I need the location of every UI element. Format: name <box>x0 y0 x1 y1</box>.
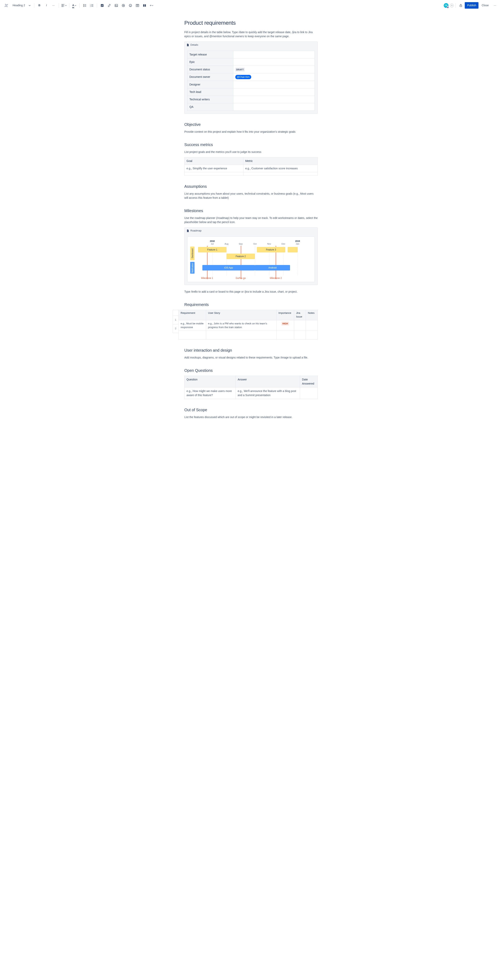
details-value[interactable] <box>233 96 314 103</box>
more-formatting-button[interactable]: ··· <box>50 2 57 9</box>
table-row[interactable]: Document statusDRAFT <box>188 66 315 73</box>
roadmap-bar[interactable]: Feature 1 <box>198 247 226 253</box>
mention-chip[interactable]: @Chan Kim <box>235 75 251 79</box>
bold-button[interactable]: B <box>36 2 43 9</box>
table-row[interactable]: QA <box>188 103 315 111</box>
roadmap-month-label: Jul <box>211 242 214 246</box>
table-row[interactable]: Designer <box>188 81 315 88</box>
section-text[interactable]: Use the roadmap planner (/roadmap) to he… <box>184 216 318 224</box>
row-number: 1 <box>172 316 178 325</box>
roadmap-bar[interactable]: Android <box>255 265 290 270</box>
add-people-button[interactable]: + <box>450 4 454 7</box>
align-button[interactable] <box>61 2 67 9</box>
roadmap-lane-label: Dashboard <box>190 247 194 260</box>
success-table[interactable]: Goal Metric e.g., Simplify the user expe… <box>184 157 318 176</box>
section-heading[interactable]: Objective <box>184 121 318 127</box>
publish-button[interactable]: Publish <box>465 2 478 9</box>
insert-more-button[interactable]: + <box>148 2 155 9</box>
requirements-table[interactable]: RequirementUser StoryImportanceJira Issu… <box>178 310 318 339</box>
roadmap-bar[interactable] <box>288 247 298 253</box>
table-row[interactable] <box>185 172 318 176</box>
page-title[interactable]: Product requirements <box>184 19 318 27</box>
details-value[interactable]: @Chan Kim <box>233 73 314 81</box>
roadmap-month-label: Oct <box>253 242 257 246</box>
mention-button[interactable] <box>120 2 126 9</box>
details-value[interactable]: DRAFT <box>233 66 314 73</box>
chevron-down-icon <box>152 4 153 7</box>
details-value[interactable] <box>233 58 314 66</box>
italic-button[interactable]: I <box>43 2 49 9</box>
chevron-down-icon <box>65 4 67 7</box>
table-row[interactable] <box>178 331 318 339</box>
table-button[interactable] <box>134 2 140 9</box>
intro-text[interactable]: Fill in project details in the table bel… <box>184 30 318 38</box>
section-text[interactable]: List the features discussed which are ou… <box>184 415 318 419</box>
text-color-button[interactable]: A <box>71 2 78 9</box>
svg-point-13 <box>131 5 131 5</box>
link-button[interactable] <box>106 2 112 9</box>
roadmap-bar[interactable]: Feature 2 <box>226 254 255 259</box>
roadmap-bar[interactable]: iOS App <box>202 265 255 270</box>
more-actions-button[interactable]: ··· <box>492 2 498 9</box>
close-button[interactable]: Close <box>479 2 491 9</box>
details-key: Document status <box>188 66 233 73</box>
section-heading[interactable]: Success metrics <box>184 142 318 148</box>
details-value[interactable] <box>233 103 314 111</box>
svg-point-8 <box>115 5 116 5</box>
section-heading[interactable]: Open Questions <box>184 368 318 373</box>
panel-header: Details <box>185 42 317 48</box>
importance-badge: HIGH <box>281 321 289 326</box>
panel-title: Details <box>190 43 198 47</box>
file-icon <box>186 229 189 232</box>
action-item-button[interactable] <box>99 2 105 9</box>
col-date: Date Answered <box>300 376 318 387</box>
section-text[interactable]: List project goals and the metrics you'l… <box>184 150 318 154</box>
section-heading[interactable]: Milestones <box>184 208 318 214</box>
table-row[interactable]: Document owner@Chan Kim <box>188 73 315 81</box>
panel-header: Roadmap <box>185 228 317 234</box>
table-row[interactable]: e.g., How might we make users more aware… <box>185 387 318 399</box>
numbered-list-button[interactable]: 123 <box>89 2 95 9</box>
open-questions-table[interactable]: Question Answer Date Answered e.g., How … <box>184 376 318 399</box>
details-panel[interactable]: Details Target releaseEpicDocument statu… <box>184 41 318 114</box>
col-metric: Metric <box>243 158 317 165</box>
roadmap-lane-label: Notification <box>190 262 194 274</box>
layouts-button[interactable] <box>141 2 148 9</box>
table-row[interactable]: Tech lead <box>188 88 315 96</box>
image-button[interactable] <box>113 2 120 9</box>
svg-rect-16 <box>145 4 146 7</box>
details-key: Technical writers <box>188 96 233 103</box>
table-row[interactable]: Epic <box>188 58 315 66</box>
details-table[interactable]: Target releaseEpicDocument statusDRAFTDo… <box>187 51 315 111</box>
svg-point-11 <box>129 4 132 7</box>
details-value[interactable] <box>233 81 314 88</box>
section-text[interactable]: Add mockups, diagrams, or visual designs… <box>184 356 318 360</box>
chevron-down-icon <box>75 4 76 7</box>
bullet-list-button[interactable] <box>81 2 88 9</box>
restrictions-button[interactable] <box>458 2 464 9</box>
roadmap-panel[interactable]: Roadmap 20182019JulAugSepOctNovDecJanDas… <box>184 228 318 285</box>
roadmap-after-text[interactable]: Type /trello to add a card or board to t… <box>184 290 318 294</box>
table-row[interactable]: e.g., Must be mobile responsivee.g., Joh… <box>178 320 318 331</box>
section-heading[interactable]: Out of Scope <box>184 407 318 413</box>
table-row[interactable]: Technical writers <box>188 96 315 103</box>
text-style-select[interactable]: Heading 2 <box>11 3 32 8</box>
table-row[interactable]: e.g., Simplify the user experiencee.g., … <box>185 165 318 172</box>
emoji-button[interactable] <box>127 2 134 9</box>
separator <box>59 3 59 8</box>
avatar[interactable]: CK ✎ <box>444 3 448 8</box>
section-text[interactable]: List any assumptions you have about your… <box>184 192 318 200</box>
section-heading[interactable]: Requirements <box>184 302 318 307</box>
details-value[interactable] <box>233 88 314 96</box>
section-heading[interactable]: User interaction and design <box>184 347 318 353</box>
table-row[interactable]: Target release <box>188 51 315 58</box>
requirements-table-wrap[interactable]: 12 RequirementUser StoryImportanceJira I… <box>172 310 318 339</box>
roadmap-bar[interactable]: Feature 3 <box>257 247 285 253</box>
details-key: Tech lead <box>188 88 233 96</box>
details-value[interactable] <box>233 51 314 58</box>
roadmap-milestone-label: Go/No go <box>236 276 246 280</box>
chevron-down-icon <box>29 5 30 6</box>
section-heading[interactable]: Assumptions <box>184 183 318 189</box>
details-key: Designer <box>188 81 233 88</box>
section-text[interactable]: Provide context on this project and expl… <box>184 130 318 134</box>
